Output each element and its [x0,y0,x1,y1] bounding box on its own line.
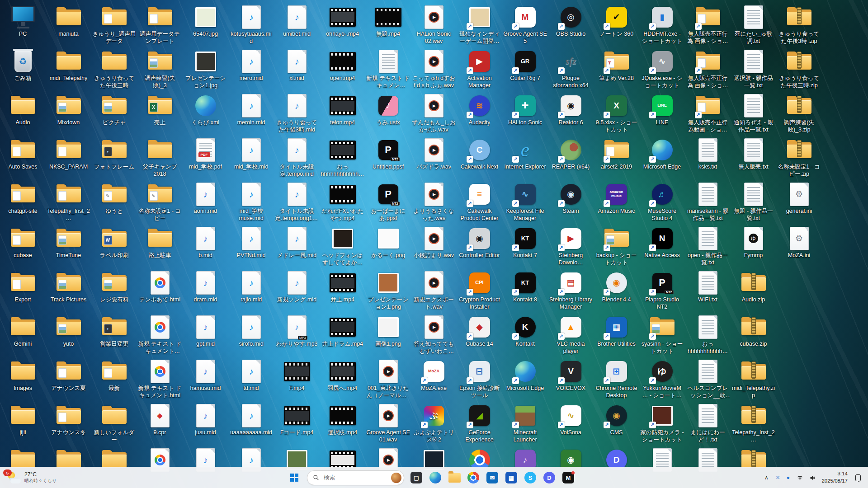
desktop-icon[interactable]: ✔↗ノートン 360 [594,1,639,45]
desktop-icon[interactable]: open.mp4 [320,45,365,89]
desktop-icon[interactable]: ヘッドフォンはずしててよかっt.mp4 [320,222,365,267]
desktop-icon[interactable]: ピクチャ [91,89,137,134]
desktop-icon[interactable]: ◆↗Cubase 14 [457,311,502,355]
desktop-icon[interactable]: ♪uaaaaaaaaa.mid [228,399,274,444]
desktop-icon[interactable]: 〒↗筆まめ Ver.28 [594,45,639,89]
desktop-icon[interactable]: ↗Microsoft Edge [502,355,548,399]
desktop-icon[interactable]: きゅうり食ってた午後三時.zip [776,45,822,89]
desktop-icon[interactable]: ◆9.cpr [137,399,183,444]
desktop-icon[interactable]: WIFI.txt [685,267,731,311]
desktop-icon[interactable]: くらび.xml [183,89,228,134]
desktop-icon[interactable]: ↗Microsoft Edge [639,134,685,178]
desktop-icon[interactable]: 通知ろぜえ - 親作品一覧.txt [731,89,776,134]
desktop-icon[interactable]: 路上駐車 [137,222,183,267]
desktop-icon[interactable]: ◎↗OBS Studio [548,1,594,45]
wifi-icon[interactable] [796,474,804,481]
desktop-icon[interactable]: Fコード.mp4 [274,399,320,444]
desktop-icon[interactable]: 無人販売.txt [731,134,776,178]
desktop-icon[interactable]: おっhhhhhhhhhhh… [685,311,731,355]
desktop-icon[interactable]: ∿↗VoiSona [548,399,594,444]
desktop-icon[interactable]: ♪タイトル未設定.tempo.orig1.mid [274,178,320,222]
desktop-icon[interactable]: きゅうり食ってた午後三時 [91,45,137,89]
desktop-icon[interactable]: PNT2↗Piapro Studio NT2 [639,267,685,311]
desktop-icon[interactable]: TimeTune [46,222,91,267]
desktop-icon[interactable]: 選択肢.mp4 [320,399,365,444]
start-button[interactable] [287,470,302,485]
desktop-icon[interactable]: ♪タイトル未設定.tempo.mid [274,134,320,178]
desktop-icon[interactable]: ↗無人販売不正行為 画像 - ショートカット [685,45,731,89]
desktop-icon[interactable]: ♪gpt.mid [183,311,228,355]
desktop-icon[interactable]: PDFmid_学校.pdf [183,134,228,178]
desktop-icon[interactable]: ≡↗Cakewalk Product Center [457,178,502,222]
desktop-icon[interactable]: ♬↗MuseScore Studio 4 [639,178,685,222]
desktop-icon[interactable]: ♪td.mid [228,355,274,399]
desktop-icon[interactable]: ohhayo-.mp4 [320,1,365,45]
taskbar-app-file-explorer[interactable] [447,470,462,485]
desktop-icon[interactable]: ▶よりうるさくなった.wav [411,178,457,222]
desktop-icon[interactable]: ∿↗Keepforest File Manager [502,178,548,222]
desktop-icon[interactable]: ♪きゅうり食ってた午後3時.mid [274,89,320,134]
desktop-icon[interactable]: cubase.zip [731,311,776,355]
desktop-icon[interactable]: MoZA↗MoZA.exe [411,355,457,399]
desktop-icon[interactable]: ♪jusu.mid [183,399,228,444]
desktop-icon[interactable]: Telepathy_Inst_2… [46,178,91,222]
desktop-icon[interactable]: ♪新規ソング.mid [274,267,320,311]
desktop-icon[interactable]: 新しいフォルダー [91,399,137,444]
desktop-icon[interactable]: ぷ↗ぷよぷよテトリス® 2 [411,399,457,444]
desktop-icon[interactable]: ✚↗HALion Sonic [502,89,548,134]
desktop-icon[interactable]: ゆFymmp [731,222,776,267]
desktop-icon[interactable]: ∿↗JQuake.exe - ショートカット [639,45,685,89]
desktop-icon[interactable]: ♪MP3わかりやす.mp3 [274,311,320,355]
desktop-icon[interactable]: Wラベル印刷 [91,222,137,267]
desktop-icon[interactable]: ▶新規エクスポート.wav [411,267,457,311]
desktop-icon[interactable]: ▸フォトフレーム [91,134,137,178]
desktop-icon[interactable]: ◢↗GeForce Experience [457,399,502,444]
desktop-icon[interactable]: manisekarin - 親作品一覧.txt [685,178,731,222]
desktop-icon[interactable]: アナウンス冬 [46,399,91,444]
desktop-icon[interactable]: X売上 [137,89,183,134]
desktop-icon[interactable]: ◉↗CMS [594,399,639,444]
desktop-icon[interactable]: midi_Telepathy [46,45,91,89]
tray-app-1-icon[interactable]: ✕ [774,474,781,481]
desktop-icon[interactable]: ▸営業日変更 [91,311,137,355]
desktop-icon[interactable]: ▶Groove Agent SE 01.wav [365,399,411,444]
desktop-icon[interactable]: テンポあて.html [137,267,183,311]
tray-chevron-up-icon[interactable]: ∧ [763,474,769,481]
desktop-icon[interactable]: ↗家の防犯カメラ - ショートカット [639,399,685,444]
desktop-icon[interactable]: ◉↗Reaktor 6 [548,89,594,134]
desktop-icon[interactable]: ▶001_東北きりたん（ノーマル）_今じゃ… [365,355,411,399]
desktop-icon[interactable]: yuto [46,311,91,355]
desktop-icon[interactable]: 最新 [91,355,137,399]
desktop-icon[interactable]: cubase [0,222,46,267]
tray-app-2-icon[interactable]: ● [785,474,791,481]
desktop-icon[interactable]: KT↗Kontakt 7 [502,222,548,267]
desktop-icon[interactable]: ♪mid_学校.mid [228,134,274,178]
desktop-icon[interactable]: だれだFXいれたやつ.mp4 [320,178,365,222]
desktop-icon[interactable]: teion.mp4 [320,89,365,134]
desktop-icon[interactable]: ♪dram.mid [183,267,228,311]
desktop-icon[interactable]: ▶↗Steinberg Downlo… [548,222,594,267]
desktop-icon[interactable]: KT↗Kontakt 8 [502,267,548,311]
desktop-icon[interactable]: 65407.jpg [183,1,228,45]
desktop-icon[interactable]: ↗孤独なインディーゲーム開発者の一生 … [457,1,502,45]
desktop-icon[interactable]: K↗Kontakt [502,311,548,355]
desktop-icon[interactable]: 死にたい_ゅ歌詞.txt [731,1,776,45]
desktop-icon[interactable]: ◉↗Controller Editor [457,222,502,267]
desktop-icon[interactable]: ♪kotusytuaaus.mid [228,1,274,45]
desktop-icon[interactable]: maniuta [46,1,91,45]
desktop-icon[interactable]: ◉↗Steam [548,178,594,222]
taskbar-app-m-app[interactable]: M [561,470,576,485]
desktop-icon[interactable]: 井上.mp4 [320,267,365,311]
desktop-icon[interactable]: Track Pictures [46,267,91,311]
search-highlight-image[interactable] [391,473,401,483]
desktop-icon[interactable]: 新規 テキスト ドキュメント (2).html [137,311,183,355]
desktop-icon[interactable]: ♻ごみ箱 [0,45,46,89]
desktop-icon[interactable]: ▶パズドラ.wav [411,134,457,178]
desktop-icon[interactable]: きゅうり食ってた午後3時 .zip [776,1,822,45]
desktop-icon[interactable]: ⚙general.ini [776,178,822,222]
desktop-icon[interactable]: レジ袋有料 [91,267,137,311]
desktop-icon[interactable]: ⊟↗Epson 接続診断ツール [457,355,502,399]
desktop-icon[interactable]: 無題 - 親作品一覧.txt [731,178,776,222]
weather-widget[interactable]: 5 27°C 晴れ時々くもり [2,467,61,488]
desktop-icon[interactable]: Audio.zip [731,267,776,311]
